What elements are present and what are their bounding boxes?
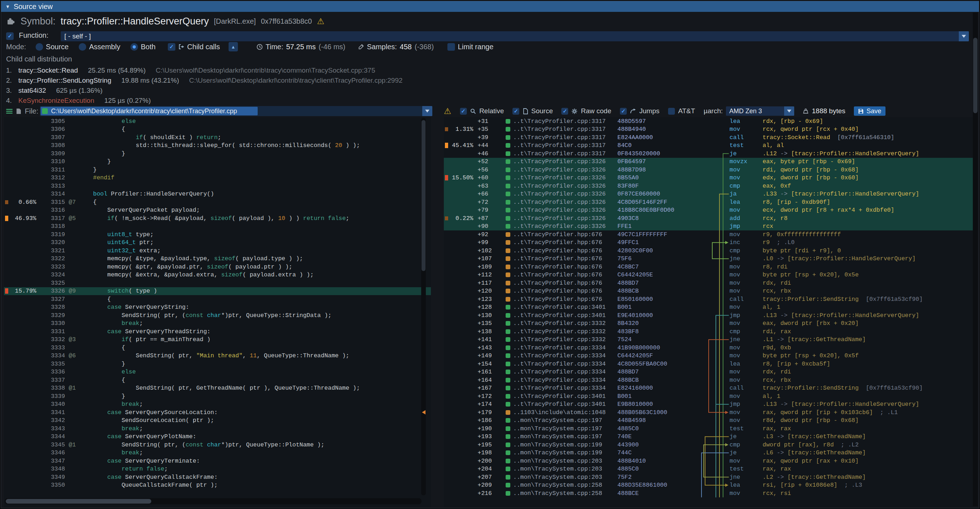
source-line[interactable]: 3344 case ServerQueryPlotName: bbox=[4, 433, 431, 441]
source-line[interactable]: 3348 return false; bbox=[4, 465, 431, 473]
asm-line[interactable]: +138..t\TracyProfiler.cpp:3332483BF8cmpr… bbox=[444, 328, 973, 336]
asm-line[interactable]: +90..t\TracyProfiler.cpp:3326FFE1jmprcx bbox=[444, 223, 973, 231]
scrollbar-thumb[interactable] bbox=[6, 499, 151, 504]
asm-line[interactable]: +172..t\TracyProfiler.cpp:3401B001moval,… bbox=[444, 392, 973, 401]
asm-line[interactable]: +39..t\TracyProfiler.cpp:3317E824AA0000c… bbox=[444, 134, 973, 142]
asm-line[interactable]: +135..t\TracyProfiler.cpp:33328B4320move… bbox=[444, 320, 973, 328]
source-line[interactable]: 3349 case ServerQueryCallstackFrame: bbox=[4, 473, 431, 481]
source-line[interactable]: 3313 bbox=[4, 182, 431, 190]
asm-line[interactable]: 0.22%+87..t\TracyProfiler.cpp:33264903C8… bbox=[444, 214, 973, 223]
raw-code-checkbox[interactable]: ✓ Raw code bbox=[562, 107, 611, 115]
source-line[interactable]: 3347 case ServerQueryTerminate: bbox=[4, 457, 431, 465]
source-line[interactable]: 3345@1 SendString( ptr, (const char*)ptr… bbox=[4, 441, 431, 449]
asm-line[interactable]: +195..mon\TracySystem.cpp:199443900cmpdw… bbox=[444, 441, 973, 449]
asm-line[interactable]: +130..t\TracyProfiler.cpp:3401E9E4010000… bbox=[444, 311, 973, 320]
titlebar[interactable]: ▼ Source view bbox=[1, 1, 979, 12]
source-line[interactable]: 3325 bbox=[4, 279, 431, 287]
asm-line[interactable]: +143..t\TracyProfiler.cpp:333441B90B0000… bbox=[444, 344, 973, 352]
asm-line[interactable]: +216..mon\TracySystem.cpp:258488BCEmovrc… bbox=[444, 489, 973, 498]
asm-line[interactable]: +31..t\TracyProfiler.cpp:3317488D5597lea… bbox=[444, 117, 973, 126]
source-line[interactable]: 3322 memcpy( &type, &payload.type, sizeo… bbox=[4, 255, 431, 263]
source-line[interactable]: 3330 break; bbox=[4, 320, 431, 328]
file-list-icon[interactable] bbox=[6, 108, 13, 114]
asm-line[interactable]: +204..mon\TracySystem.cpp:2034885C0testr… bbox=[444, 465, 973, 473]
source-line[interactable]: 3310 } bbox=[4, 158, 431, 166]
source-line[interactable]: 3319 uint8_t type; bbox=[4, 231, 431, 239]
source-line[interactable]: 3334@6 SendString( ptr, "Main thread", 1… bbox=[4, 352, 431, 360]
function-select[interactable]: [ - self - ] bbox=[61, 31, 969, 41]
asm-line[interactable]: +117..t\TracyProfiler.hpp:676488BD7movrd… bbox=[444, 279, 973, 287]
asm-line[interactable]: 15.50%+60..t\TracyProfiler.cpp:33268B55A… bbox=[444, 174, 973, 182]
source-line[interactable]: 3312#endif bbox=[4, 174, 431, 182]
child-call-entry[interactable]: 3.stat64i32625 µs (1.36%) bbox=[6, 86, 402, 95]
mode-radio-source[interactable]: Source bbox=[36, 43, 68, 51]
window-vertical-scrollbar[interactable] bbox=[973, 13, 978, 506]
asm-line[interactable]: +123..t\TracyProfiler.hpp:676E850160000c… bbox=[444, 295, 973, 304]
source-line[interactable]: 3346 break; bbox=[4, 449, 431, 457]
source-line[interactable]: 3332@3 if( ptr == m_mainThread ) bbox=[4, 336, 431, 344]
source-line[interactable]: 3350 QueueCallstackFrame( ptr ); bbox=[4, 481, 431, 490]
asm-line[interactable]: +107..t\TracyProfiler.hpp:67675F6jne.L0 … bbox=[444, 255, 973, 263]
asm-line[interactable]: +46..t\TracyProfiler.cpp:33170F843502000… bbox=[444, 150, 973, 158]
source-line[interactable]: 3331 case ServerQueryThreadString: bbox=[4, 328, 431, 336]
asm-line[interactable]: +141..t\TracyProfiler.cpp:33327524jne.L1… bbox=[444, 336, 973, 344]
source-line[interactable]: 3314bool Profiler::HandleServerQuery() bbox=[4, 190, 431, 199]
asm-line[interactable]: +72..t\TracyProfiler.cpp:33264C8D05F146F… bbox=[444, 198, 973, 206]
source-line[interactable]: 46.93%3317@5 if( !m_sock->Read( &payload… bbox=[4, 214, 431, 223]
source-line[interactable]: 3327 { bbox=[4, 295, 431, 304]
asm-line[interactable]: +209..mon\TracySystem.cpp:258488D35E8861… bbox=[444, 481, 973, 490]
child-calls-checkbox[interactable]: ✓ Child calls bbox=[168, 43, 220, 51]
source-line[interactable]: 3328 case ServerQueryString: bbox=[4, 304, 431, 312]
child-call-entry[interactable]: 1.tracy::Socket::Read25.25 ms (54.89%)C:… bbox=[6, 65, 402, 75]
source-line[interactable]: 3329 SendString( ptr, (const char*)ptr, … bbox=[4, 311, 431, 320]
source-line[interactable]: 3307 if( shouldExit ) return; bbox=[4, 134, 431, 142]
asm-line[interactable]: +99..t\TracyProfiler.hpp:67649FFC1incr9 … bbox=[444, 239, 973, 247]
source-line[interactable]: 3305 else bbox=[4, 117, 431, 126]
source-line[interactable]: 3339 } bbox=[4, 392, 431, 401]
asm-line[interactable]: +128..t\TracyProfiler.cpp:3401B001moval,… bbox=[444, 304, 973, 312]
function-select-arrow[interactable] bbox=[959, 31, 969, 41]
asm-line[interactable]: 1.31%+35..t\TracyProfiler.cpp:3317488B49… bbox=[444, 126, 973, 134]
asm-line[interactable]: +92..t\TracyProfiler.hpp:67649C7C1FFFFFF… bbox=[444, 231, 973, 239]
source-line[interactable]: 3340 break; bbox=[4, 401, 431, 409]
source-line[interactable]: 3336 else bbox=[4, 368, 431, 376]
asm-line[interactable]: +120..t\TracyProfiler.hpp:676488BCBmovrc… bbox=[444, 287, 973, 296]
source-line[interactable]: 0.66%3315@7{ bbox=[4, 198, 431, 206]
asm-line[interactable]: +161..t\TracyProfiler.cpp:3334488BD7movr… bbox=[444, 368, 973, 376]
asm-line[interactable]: +167..t\TracyProfiler.cpp:3334E824160000… bbox=[444, 384, 973, 393]
source-checkbox[interactable]: ✓ Source bbox=[512, 107, 553, 115]
source-line[interactable]: 3335 } bbox=[4, 360, 431, 368]
mode-radio-assembly[interactable]: Assembly bbox=[79, 43, 120, 51]
att-syntax-checkbox[interactable]: AT&T bbox=[668, 107, 695, 115]
source-line[interactable]: 3318 bbox=[4, 223, 431, 231]
source-line[interactable]: 3316 ServerQueryPacket payload; bbox=[4, 206, 431, 215]
asm-line[interactable]: +190..mon\TracySystem.cpp:1974885C0testr… bbox=[444, 425, 973, 433]
source-line[interactable]: 3309 } bbox=[4, 150, 431, 158]
jumps-checkbox[interactable]: ✓ Jumps bbox=[620, 107, 659, 115]
child-call-entry[interactable]: 4.KeSynchronizeExecution125 µs (0.27%) bbox=[6, 95, 402, 105]
source-line[interactable]: 3341 case ServerQuerySourceLocation: bbox=[4, 408, 431, 417]
source-line[interactable]: 3338@1 SendString( ptr, GetThreadName( p… bbox=[4, 384, 431, 393]
asm-line[interactable]: +63..t\TracyProfiler.cpp:332683F80Fcmpea… bbox=[444, 182, 973, 190]
source-line[interactable]: 3306 { bbox=[4, 126, 431, 134]
asm-line[interactable]: +52..t\TracyProfiler.cpp:33260FB64597mov… bbox=[444, 158, 973, 166]
asm-line[interactable]: +112..t\TracyProfiler.hpp:676C64424205Em… bbox=[444, 271, 973, 279]
scrollbar-thumb[interactable] bbox=[422, 120, 425, 271]
asm-line[interactable]: +174..t\TracyProfiler.cpp:3401E9B8010000… bbox=[444, 401, 973, 409]
source-line[interactable]: 3308 std::this_thread::sleep_for( std::c… bbox=[4, 142, 431, 150]
child-call-entry[interactable]: 2.tracy::Profiler::SendLongString19.88 m… bbox=[6, 75, 402, 86]
uarch-select[interactable]: AMD Zen 3 bbox=[726, 107, 794, 116]
asm-line[interactable]: +102..t\TracyProfiler.hpp:67642803C0F00c… bbox=[444, 247, 973, 255]
source-line[interactable]: 3320 uint64_t ptr; bbox=[4, 239, 431, 247]
limit-range-checkbox[interactable]: Limit range bbox=[447, 43, 493, 51]
asm-line[interactable]: +193..mon\TracySystem.cpp:197740Eje.L3 -… bbox=[444, 433, 973, 441]
source-line[interactable]: 3321 uint32_t extra; bbox=[4, 247, 431, 255]
relative-checkbox[interactable]: ✓ Relative bbox=[460, 107, 504, 115]
parent-frame-button[interactable]: ▲ bbox=[229, 42, 238, 51]
asm-line[interactable]: +207..mon\TracySystem.cpp:20375F2jne.L2 … bbox=[444, 473, 973, 481]
source-line[interactable]: 3323 memcpy( &ptr, &payload.ptr, sizeof(… bbox=[4, 263, 431, 271]
file-select[interactable]: C:\Users\wolf\Desktop\darkrl\contrib\tra… bbox=[40, 106, 432, 116]
source-line[interactable]: 3343 break; bbox=[4, 425, 431, 433]
source-line[interactable]: 3311} bbox=[4, 166, 431, 174]
asm-line[interactable]: 45.41%+44..t\TracyProfiler.cpp:331784C0t… bbox=[444, 142, 973, 150]
